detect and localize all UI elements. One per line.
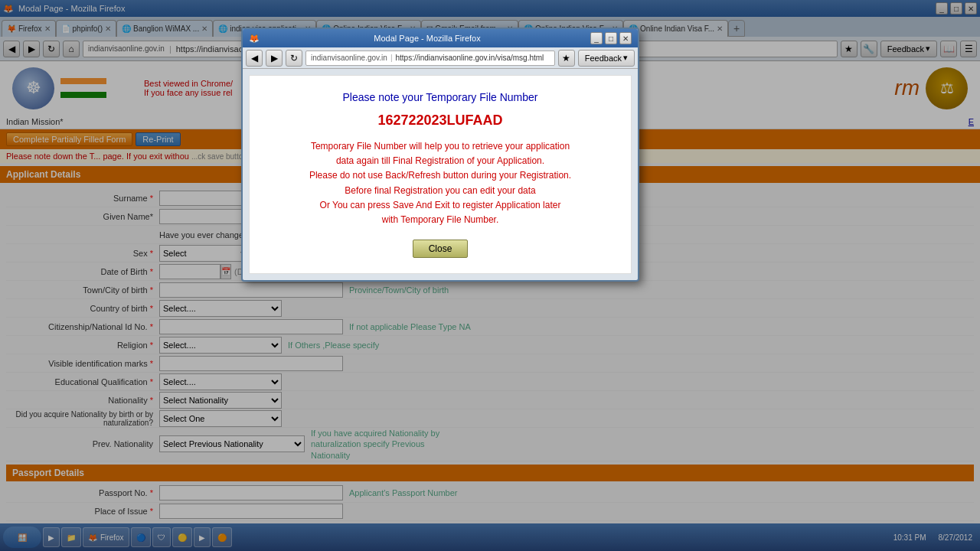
modal-title-icon: 🦊: [249, 34, 260, 44]
modal-close-btn[interactable]: ✕: [619, 32, 632, 44]
modal-feedback-btn[interactable]: Feedback ▾: [578, 50, 635, 67]
modal-body: Temporary File Number will help you to r…: [262, 139, 619, 227]
modal-nav-bar: ◀ ▶ ↻ indianvisaonline.gov.in | https://…: [243, 47, 638, 69]
modal-window-controls: _ □ ✕: [590, 32, 632, 44]
modal-address-bar[interactable]: indianvisaonline.gov.in | https://indian…: [305, 51, 555, 66]
modal-file-number: 162722023LUFAAD: [262, 112, 619, 129]
modal-site-label: indianvisaonline.gov.in: [311, 54, 387, 62]
modal-addr-sep: |: [390, 54, 393, 62]
browser-window: 🦊 Modal Page - Mozilla Firefox _ □ ✕ 🦊 F…: [0, 0, 980, 551]
modal-title-bar: 🦊 Modal Page - Mozilla Firefox _ □ ✕: [243, 29, 638, 47]
modal-refresh-btn[interactable]: ↻: [286, 50, 302, 67]
modal-heading: Please note your Temporary File Number: [262, 91, 619, 103]
modal-address-url: https://indianvisaonline.gov.in/visa/msg…: [396, 54, 544, 62]
modal-forward-btn[interactable]: ▶: [266, 50, 283, 67]
modal-feedback-label: Feedback: [585, 54, 622, 63]
modal-minimize-btn[interactable]: _: [590, 32, 603, 44]
modal-back-btn[interactable]: ◀: [246, 50, 263, 67]
modal-title-text: Modal Page - Mozilla Firefox: [374, 34, 480, 43]
modal-maximize-btn[interactable]: □: [605, 32, 617, 44]
modal-star-btn[interactable]: ★: [558, 50, 575, 67]
modal-content: Please note your Temporary File Number 1…: [249, 75, 632, 274]
modal-window: 🦊 Modal Page - Mozilla Firefox _ □ ✕ ◀ ▶…: [241, 28, 639, 282]
modal-close-button[interactable]: Close: [413, 240, 469, 258]
modal-feedback-dropdown-icon: ▾: [623, 53, 628, 63]
